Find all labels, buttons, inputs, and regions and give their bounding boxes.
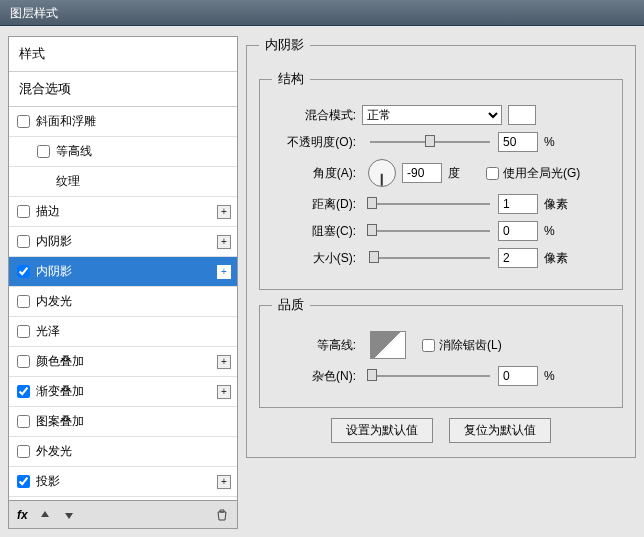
style-item-label: 内阴影: [36, 263, 72, 280]
dialog-content: 样式 混合选项 斜面和浮雕 等高线 纹理 描边 +: [0, 26, 644, 537]
style-pattern-overlay-checkbox[interactable]: [17, 415, 30, 428]
noise-label: 杂色(N):: [272, 368, 362, 385]
shadow-color-swatch[interactable]: [508, 105, 536, 125]
style-bevel-emboss[interactable]: 斜面和浮雕: [9, 107, 237, 137]
antialias-option[interactable]: 消除锯齿(L): [422, 337, 502, 354]
titlebar: 图层样式: [0, 0, 644, 26]
style-inner-glow[interactable]: 内发光: [9, 287, 237, 317]
global-light-label: 使用全局光(G): [503, 165, 580, 182]
opacity-label: 不透明度(O):: [272, 134, 362, 151]
add-icon[interactable]: +: [217, 355, 231, 369]
style-texture[interactable]: 纹理: [9, 167, 237, 197]
opacity-unit: %: [544, 135, 574, 149]
global-light-checkbox[interactable]: [486, 167, 499, 180]
antialias-label: 消除锯齿(L): [439, 337, 502, 354]
global-light-option[interactable]: 使用全局光(G): [486, 165, 580, 182]
style-bevel-emboss-checkbox[interactable]: [17, 115, 30, 128]
style-inner-shadow-1[interactable]: 内阴影 +: [9, 227, 237, 257]
distance-unit: 像素: [544, 196, 574, 213]
style-drop-shadow-checkbox[interactable]: [17, 475, 30, 488]
size-label: 大小(S):: [272, 250, 362, 267]
distance-label: 距离(D):: [272, 196, 362, 213]
choke-unit: %: [544, 224, 574, 238]
angle-input[interactable]: [402, 163, 442, 183]
panel-title: 内阴影: [259, 36, 310, 54]
style-item-label: 等高线: [56, 143, 92, 160]
size-input[interactable]: [498, 248, 538, 268]
settings-panel: 内阴影 结构 混合模式: 正常 不透明度(O):: [246, 36, 636, 529]
style-item-label: 渐变叠加: [36, 383, 84, 400]
style-stroke-checkbox[interactable]: [17, 205, 30, 218]
blend-mode-select[interactable]: 正常: [362, 105, 502, 125]
reset-default-button[interactable]: 复位为默认值: [449, 418, 551, 443]
contour-picker[interactable]: [370, 331, 406, 359]
arrow-up-icon[interactable]: [38, 508, 52, 522]
noise-unit: %: [544, 369, 574, 383]
make-default-button[interactable]: 设置为默认值: [331, 418, 433, 443]
style-item-label: 外发光: [36, 443, 72, 460]
arrow-down-icon[interactable]: [62, 508, 76, 522]
layer-style-dialog: 图层样式 样式 混合选项 斜面和浮雕 等高线 纹理: [0, 0, 644, 537]
blending-options-item[interactable]: 混合选项: [9, 72, 237, 107]
style-color-overlay[interactable]: 颜色叠加 +: [9, 347, 237, 377]
choke-slider[interactable]: [370, 224, 490, 238]
style-item-label: 内发光: [36, 293, 72, 310]
style-pattern-overlay[interactable]: 图案叠加: [9, 407, 237, 437]
add-icon[interactable]: +: [217, 385, 231, 399]
add-icon[interactable]: +: [217, 205, 231, 219]
style-outer-glow-checkbox[interactable]: [17, 445, 30, 458]
choke-label: 阻塞(C):: [272, 223, 362, 240]
style-inner-shadow-2[interactable]: 内阴影 +: [9, 257, 237, 287]
inner-shadow-group: 内阴影 结构 混合模式: 正常 不透明度(O):: [246, 36, 636, 458]
distance-slider[interactable]: [370, 197, 490, 211]
opacity-input[interactable]: [498, 132, 538, 152]
style-item-label: 投影: [36, 473, 60, 490]
opacity-slider[interactable]: [370, 135, 490, 149]
style-item-label: 颜色叠加: [36, 353, 84, 370]
style-inner-shadow-1-checkbox[interactable]: [17, 235, 30, 248]
style-color-overlay-checkbox[interactable]: [17, 355, 30, 368]
styles-list: 样式 混合选项 斜面和浮雕 等高线 纹理 描边 +: [8, 36, 238, 501]
add-icon[interactable]: +: [217, 265, 231, 279]
style-gradient-overlay[interactable]: 渐变叠加 +: [9, 377, 237, 407]
style-inner-shadow-2-checkbox[interactable]: [17, 265, 30, 278]
styles-header[interactable]: 样式: [9, 37, 237, 72]
styles-panel: 样式 混合选项 斜面和浮雕 等高线 纹理 描边 +: [8, 36, 238, 529]
angle-dial[interactable]: [368, 159, 396, 187]
style-item-label: 纹理: [56, 173, 80, 190]
add-icon[interactable]: +: [217, 475, 231, 489]
trash-icon[interactable]: [215, 508, 229, 522]
style-outer-glow[interactable]: 外发光: [9, 437, 237, 467]
style-drop-shadow[interactable]: 投影 +: [9, 467, 237, 497]
style-item-label: 光泽: [36, 323, 60, 340]
style-satin-checkbox[interactable]: [17, 325, 30, 338]
style-contour-checkbox[interactable]: [37, 145, 50, 158]
style-item-label: 描边: [36, 203, 60, 220]
structure-legend: 结构: [272, 70, 310, 88]
fx-menu-icon[interactable]: fx: [17, 508, 28, 522]
style-item-label: 斜面和浮雕: [36, 113, 96, 130]
window-title: 图层样式: [10, 6, 58, 20]
size-unit: 像素: [544, 250, 574, 267]
style-gradient-overlay-checkbox[interactable]: [17, 385, 30, 398]
blend-mode-label: 混合模式:: [272, 107, 362, 124]
quality-legend: 品质: [272, 296, 310, 314]
angle-unit: 度: [448, 165, 478, 182]
styles-footer: fx: [8, 501, 238, 529]
noise-slider[interactable]: [370, 369, 490, 383]
style-contour[interactable]: 等高线: [9, 137, 237, 167]
quality-group: 品质 等高线: 消除锯齿(L) 杂色(N):: [259, 296, 623, 408]
size-slider[interactable]: [370, 251, 490, 265]
noise-input[interactable]: [498, 366, 538, 386]
style-satin[interactable]: 光泽: [9, 317, 237, 347]
add-icon[interactable]: +: [217, 235, 231, 249]
style-inner-glow-checkbox[interactable]: [17, 295, 30, 308]
style-stroke[interactable]: 描边 +: [9, 197, 237, 227]
distance-input[interactable]: [498, 194, 538, 214]
antialias-checkbox[interactable]: [422, 339, 435, 352]
contour-label: 等高线:: [272, 337, 362, 354]
default-buttons: 设置为默认值 复位为默认值: [259, 418, 623, 443]
style-item-label: 内阴影: [36, 233, 72, 250]
style-item-label: 图案叠加: [36, 413, 84, 430]
choke-input[interactable]: [498, 221, 538, 241]
